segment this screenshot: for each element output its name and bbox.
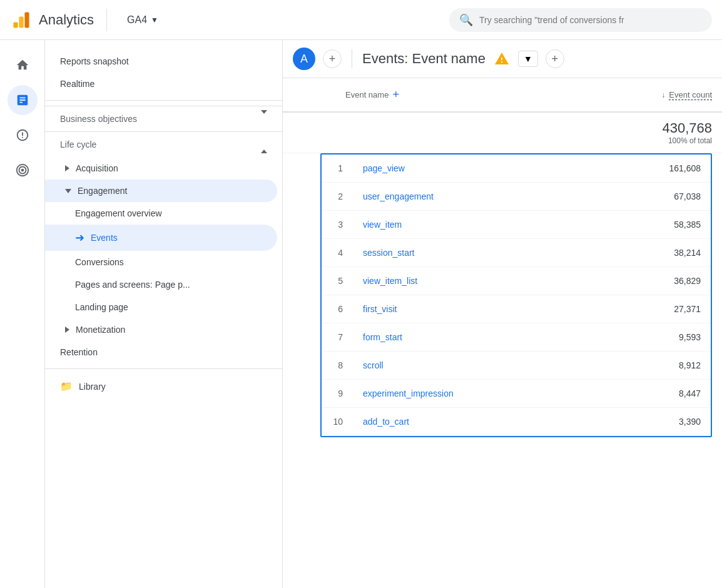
event-name-cell[interactable]: session_start [353,239,597,267]
event-count-cell: 8,447 [597,380,711,408]
sidebar-item-realtime[interactable]: Realtime [45,73,282,95]
sidebar-item-reports-snapshot[interactable]: Reports snapshot [45,50,282,73]
event-name-cell[interactable]: view_item [353,211,597,239]
sidebar-item-library[interactable]: 📁 Library [45,374,282,398]
life-cycle-label: Life cycle [60,139,96,150]
sidebar-item-landing-page[interactable]: Landing page [45,296,282,318]
event-link[interactable]: view_item [363,220,402,230]
search-bar[interactable]: 🔍 [449,8,712,32]
realtime-label: Realtime [60,79,94,89]
svg-point-3 [21,169,24,172]
chevron-up-icon-lifecycle [261,139,267,150]
event-link[interactable]: add_to_cart [363,417,409,427]
sidebar-item-monetization[interactable]: Monetization [45,318,282,341]
icon-rail [0,40,45,588]
event-name-cell[interactable]: experiment_impression [353,380,597,408]
table-row: 7 form_start 9,593 [322,323,711,352]
total-count-value: 430,768 [612,120,712,136]
ga4-selector[interactable]: GA4 ▼ [127,14,158,26]
advertising-nav-icon[interactable] [8,155,38,185]
engagement-label: Engagement [78,186,127,196]
sidebar-divider-2 [45,368,282,369]
event-link[interactable]: scroll [363,360,384,370]
event-name-cell[interactable]: form_start [353,323,597,352]
landing-page-label: Landing page [75,302,128,312]
event-link[interactable]: experiment_impression [363,388,454,398]
event-name-header: Event name + [283,78,602,112]
sidebar-item-engagement[interactable]: Engagement [45,180,277,202]
add-report-button[interactable]: + [546,49,564,68]
add-column-icon[interactable]: + [392,88,399,101]
table-row: 8 scroll 8,912 [322,352,711,380]
event-link[interactable]: view_item_list [363,276,417,286]
business-objectives-label: Business objectives [60,114,137,124]
report-title: Events: Event name [362,51,486,67]
arrow-right-icon: ➜ [75,231,84,245]
event-rows-body: 1 page_view 161,608 2 user_engagement 67… [322,155,711,436]
sidebar-item-acquisition[interactable]: Acquisition [45,157,282,180]
plus-icon-report: + [551,53,558,66]
event-count-cell: 36,829 [597,267,711,295]
event-count-cell: 161,608 [597,155,711,183]
rank-cell: 5 [322,267,353,295]
sidebar-item-events[interactable]: ➜ Events [45,225,277,251]
sidebar-section-life-cycle[interactable]: Life cycle [45,131,282,157]
rank-cell: 6 [322,295,353,323]
table-row: 4 session_start 38,214 [322,239,711,267]
chevron-down-icon: ▼ [151,16,158,24]
top-bar: Analytics GA4 ▼ 🔍 [0,0,722,40]
search-icon: 🔍 [459,13,473,27]
table-header: Event name + ↓ Event count [283,78,722,112]
event-name-cell[interactable]: scroll [353,352,597,380]
retention-label: Retention [60,347,98,357]
report-dropdown-button[interactable]: ▼ [518,51,538,67]
plus-icon: + [329,53,336,66]
event-name-cell[interactable]: add_to_cart [353,408,597,436]
sidebar-section-business-objectives[interactable]: Business objectives [45,106,282,131]
rank-cell: 7 [322,323,353,352]
event-name-cell[interactable]: view_item_list [353,267,597,295]
sidebar-item-conversions[interactable]: Conversions [45,251,282,273]
event-link[interactable]: page_view [363,163,405,173]
rank-cell: 3 [322,211,353,239]
explore-nav-icon[interactable] [8,120,38,150]
sidebar: Reports snapshot Realtime Business objec… [45,40,283,588]
event-count-header: ↓ Event count [602,78,722,112]
events-data-table: 1 page_view 161,608 2 user_engagement 67… [322,155,711,436]
sidebar-divider-1 [45,100,282,101]
ga4-label: GA4 [127,14,147,26]
svg-rect-1 [19,16,23,28]
event-count-cell: 38,214 [597,239,711,267]
home-nav-icon[interactable] [8,50,38,80]
monetization-label: Monetization [76,325,125,335]
event-link[interactable]: form_start [363,332,402,342]
table-row: 6 first_visit 27,371 [322,295,711,323]
event-count-cell: 58,385 [597,211,711,239]
sidebar-item-retention[interactable]: Retention [45,341,282,363]
total-label-cell [283,112,602,153]
event-link[interactable]: session_start [363,248,414,258]
event-link[interactable]: user_engagement [363,191,434,201]
event-name-col-label: Event name [345,90,389,99]
rank-cell: 4 [322,239,353,267]
sidebar-item-pages-screens[interactable]: Pages and screens: Page p... [45,273,282,296]
conversions-label: Conversions [75,257,124,267]
search-input[interactable] [479,15,702,25]
acquisition-label: Acquisition [76,163,118,173]
table-row: 3 view_item 58,385 [322,211,711,239]
event-name-cell[interactable]: first_visit [353,295,597,323]
avatar-button[interactable]: A [293,48,315,70]
event-count-cell: 8,912 [597,352,711,380]
add-comparison-button[interactable]: + [323,49,342,68]
event-name-cell[interactable]: user_engagement [353,183,597,211]
event-name-cell[interactable]: page_view [353,155,597,183]
chevron-down-icon-report: ▼ [524,54,532,64]
events-table: Event name + ↓ Event count [283,78,722,153]
reports-nav-icon[interactable] [8,85,38,115]
event-link[interactable]: first_visit [363,304,397,314]
warning-icon [493,50,511,68]
sidebar-item-engagement-overview[interactable]: Engagement overview [45,202,282,225]
caret-down-icon [65,189,71,193]
total-percent-value: 100% of total [612,136,712,145]
main-layout: Reports snapshot Realtime Business objec… [0,40,722,588]
